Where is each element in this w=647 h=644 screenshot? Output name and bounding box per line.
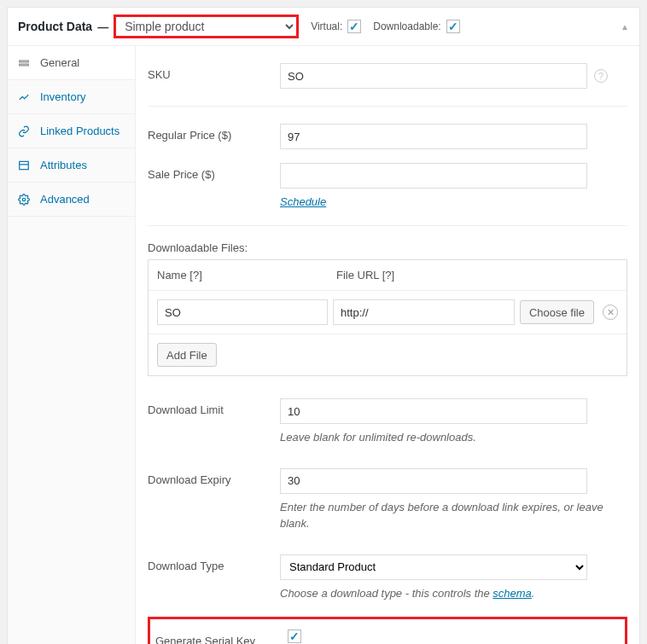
download-type-select[interactable]: Standard Product [280,554,587,580]
sidebar-item-advanced[interactable]: Advanced [8,183,135,217]
download-limit-label: Download Limit [148,398,280,416]
panel-body: General Inventory Linked Products Attrib… [8,46,639,644]
downloadable-files-label: Downloadable Files: [148,241,627,254]
download-limit-row: Download Limit Leave blank for unlimited… [148,392,627,453]
sidebar-item-label: General [40,56,79,69]
svg-rect-1 [20,64,29,66]
sidebar-item-inventory[interactable]: Inventory [8,80,135,114]
download-limit-input[interactable] [280,398,587,424]
sale-price-label: Sale Price ($) [148,163,280,181]
sidebar-item-attributes[interactable]: Attributes [8,148,135,183]
schema-link[interactable]: schema [493,587,532,600]
choose-file-button[interactable]: Choose file [520,300,594,324]
downloadable-label-wrap: Downloadable: [373,20,459,33]
sale-price-input[interactable] [280,163,587,189]
download-expiry-row: Download Expiry Enter the number of days… [148,461,627,539]
panel-title: Product Data [18,20,92,33]
download-type-row: Download Type Standard Product Choose a … [148,548,627,609]
regular-price-row: Regular Price ($) [148,117,627,156]
generate-serial-highlight: Generate Serial Key Enable this option t… [148,617,627,644]
file-url-input[interactable] [333,299,515,325]
files-name-header: Name [?] [157,269,336,281]
list-icon [18,160,32,171]
svg-point-4 [22,198,26,201]
sidebar-item-label: Inventory [40,90,85,103]
sku-row: SKU ? [148,56,627,96]
download-type-desc-pre: Choose a download type - this controls t… [280,587,493,600]
help-icon[interactable]: ? [594,69,608,83]
sku-input[interactable] [280,63,587,89]
sidebar-item-linked-products[interactable]: Linked Products [8,114,135,148]
download-expiry-input[interactable] [280,468,587,494]
gear-icon [18,194,32,206]
remove-file-icon[interactable]: ✕ [603,305,618,320]
download-limit-desc: Leave blank for unlimited re-downloads. [280,429,613,446]
files-table: Name [?] File URL [?] Choose file ✕ Add … [148,259,627,376]
panel-header: Product Data — Simple product Virtual: D… [8,8,639,46]
virtual-checkbox[interactable] [347,20,361,33]
regular-price-label: Regular Price ($) [148,124,280,142]
sidebar-item-label: Linked Products [40,125,119,137]
files-header: Name [?] File URL [?] [149,260,627,291]
header-checkboxes: Virtual: Downloadable: [311,20,460,33]
downloadable-label: Downloadable: [373,20,440,32]
downloadable-checkbox[interactable] [446,20,460,33]
chart-icon [18,91,32,103]
download-type-desc: Choose a download type - this controls t… [280,585,613,602]
file-row: Choose file ✕ [149,291,627,334]
download-expiry-label: Download Expiry [148,468,280,486]
svg-rect-0 [20,61,29,62]
divider [148,225,627,226]
virtual-label: Virtual: [311,20,342,32]
sidebar-item-label: Attributes [40,159,87,171]
file-name-input[interactable] [157,299,328,325]
product-data-panel: Product Data — Simple product Virtual: D… [7,7,640,644]
add-file-button[interactable]: Add File [157,343,217,367]
product-type-select[interactable]: Simple product [114,15,299,38]
title-dash: — [97,20,108,33]
sale-price-row: Sale Price ($) Schedule [148,156,627,215]
regular-price-input[interactable] [280,124,587,149]
sku-label: SKU [148,63,280,81]
files-footer: Add File [149,334,627,375]
divider [148,106,627,107]
generate-serial-checkbox[interactable] [288,629,301,643]
files-url-header: File URL [?] [336,269,618,281]
download-expiry-desc: Enter the number of days before a downlo… [280,499,613,532]
generate-serial-label: Generate Serial Key [155,629,288,644]
sidebar-item-label: Advanced [40,193,90,206]
download-type-desc-post: . [532,587,535,600]
sidebar: General Inventory Linked Products Attrib… [8,46,136,644]
virtual-label-wrap: Virtual: [311,20,361,33]
svg-rect-2 [20,161,29,169]
wrench-icon [18,57,32,69]
schedule-link[interactable]: Schedule [280,195,326,208]
generate-serial-row: Generate Serial Key Enable this option t… [155,623,620,644]
download-type-label: Download Type [148,554,280,572]
collapse-toggle-icon[interactable]: ▲ [621,22,629,32]
link-icon [18,125,32,137]
sidebar-item-general[interactable]: General [8,46,135,80]
content-area: SKU ? Regular Price ($) Sale Price ($) [136,46,639,644]
